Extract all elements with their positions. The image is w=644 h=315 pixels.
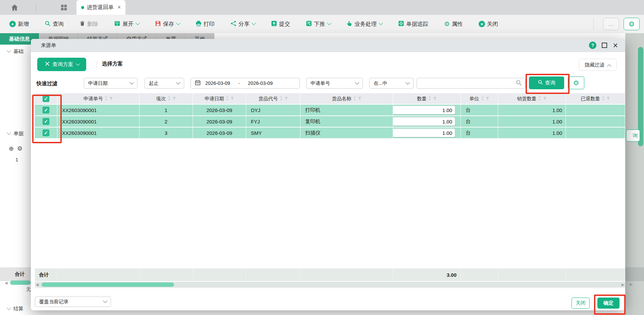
filter-funnel-icon[interactable] <box>358 96 362 101</box>
home-icon[interactable] <box>11 4 18 11</box>
cell-goods_name: 打印机 <box>301 105 393 115</box>
cell-order_no: XX2603090001 <box>57 116 140 127</box>
toolbar-settings-button[interactable]: ⚙ <box>624 18 640 30</box>
scroll-left-icon[interactable]: ◀ <box>36 283 39 286</box>
sort-icon[interactable] <box>168 96 171 102</box>
section-basic-toggle[interactable]: 基础 <box>7 48 23 55</box>
quantity-input[interactable] <box>393 106 455 114</box>
save-button[interactable]: 保存 <box>155 20 180 28</box>
date-range-input[interactable]: 2026-03-09 - 2026-03-09 <box>191 78 300 89</box>
cell-order_no: XX2603090001 <box>57 105 140 115</box>
row-checkbox[interactable]: ✓ <box>43 118 49 125</box>
close-icon[interactable]: × <box>613 40 618 50</box>
operator-select[interactable]: 在...中 <box>369 78 414 89</box>
apps-grid-icon[interactable] <box>60 4 67 11</box>
share-icon <box>230 20 236 28</box>
keyword-search-input[interactable] <box>417 78 526 89</box>
date-to[interactable]: 2026-03-09 <box>248 81 273 86</box>
tab-close-icon[interactable]: × <box>118 4 121 10</box>
plus-circle-outline-icon[interactable]: ⊕ <box>9 145 14 152</box>
column-header-sales_qty[interactable]: 销货数量 <box>498 93 566 104</box>
quantity-input[interactable] <box>393 117 455 126</box>
filter-funnel-icon[interactable] <box>172 96 176 101</box>
more-button[interactable]: ... <box>603 18 619 30</box>
column-header-item_no[interactable]: 项次 <box>140 93 193 104</box>
pushdown-button[interactable]: 下推 <box>306 20 331 28</box>
submit-button[interactable]: 提交 <box>271 20 290 28</box>
filter-settings-button[interactable]: ⚙ <box>568 76 584 89</box>
range-type-select[interactable]: 起止 <box>145 78 184 89</box>
print-button[interactable]: 打印 <box>196 20 215 28</box>
table-row[interactable]: ✓XX260309000122026-03-09FYJ复印机台1.00 <box>35 116 625 127</box>
insert-mode-select[interactable]: 覆盖当前记录 <box>35 297 111 307</box>
filter-funnel-icon[interactable] <box>284 96 288 101</box>
cell-quantity <box>393 127 461 138</box>
row-checkbox[interactable]: ✓ <box>43 129 49 136</box>
sort-icon[interactable] <box>602 96 605 102</box>
chevron-down-icon <box>379 21 383 25</box>
sort-icon[interactable] <box>481 96 484 102</box>
column-header-returned_qty[interactable]: 已退数量 <box>566 93 625 104</box>
filter-funnel-icon[interactable] <box>543 96 547 101</box>
tab-purchase-return[interactable]: 进货退回单 × <box>76 0 125 15</box>
background-scrollbar-thumb[interactable] <box>10 280 31 285</box>
table-hscrollbar-thumb[interactable] <box>42 282 174 287</box>
column-header-quantity[interactable]: 数量 <box>393 93 461 104</box>
delete-button[interactable]: 删除 <box>79 20 98 28</box>
scroll-right-icon[interactable]: ▶ <box>622 283 624 286</box>
sort-icon[interactable] <box>105 96 108 102</box>
column-label: 项次 <box>156 96 166 102</box>
column-header-goods_name[interactable]: 货品名称 <box>301 93 393 104</box>
quantity-input[interactable] <box>393 128 455 137</box>
filter-funnel-icon[interactable] <box>230 96 234 101</box>
expand-button[interactable]: 展开 <box>114 20 139 28</box>
select-scheme-label[interactable]: 选择方案 <box>102 60 123 67</box>
date-from[interactable]: 2026-03-09 <box>205 81 230 86</box>
select-all-checkbox[interactable]: ✓ <box>43 95 49 102</box>
tracking-button[interactable]: 单据追踪 <box>398 20 428 28</box>
column-header-goods_code[interactable]: 货品代号 <box>246 93 301 104</box>
attributes-button[interactable]: ⚙属性 <box>444 20 463 28</box>
cell-quantity <box>393 105 461 115</box>
filter-funnel-icon[interactable] <box>109 96 113 101</box>
scroll-right-icon[interactable]: ▶ <box>630 282 633 286</box>
dialog-close-button[interactable]: 关闭 <box>572 298 590 309</box>
sort-icon[interactable] <box>538 96 541 102</box>
confirm-button[interactable]: 确定 <box>597 298 620 309</box>
sort-icon[interactable] <box>226 96 229 102</box>
section-doc-toggle[interactable]: 单据 <box>7 130 23 137</box>
hide-filter-button[interactable]: 隐藏过滤 <box>579 59 616 71</box>
code-field-select[interactable]: 申请单号 <box>306 78 363 89</box>
table-row[interactable]: ✓XX260309000112026-03-09DYJ打印机台1.00 <box>35 105 625 116</box>
column-header-apply_date[interactable]: 申请日期 <box>193 93 246 104</box>
checkbox-cell: ✓ <box>35 105 57 115</box>
filter-funnel-icon[interactable] <box>433 96 437 101</box>
query-button[interactable]: 查询 <box>45 20 64 28</box>
row-checkbox[interactable]: ✓ <box>43 107 49 113</box>
column-header-unit[interactable]: 单位 <box>461 93 498 104</box>
column-header-order_no[interactable]: 申请单号 <box>57 93 140 104</box>
scroll-left-icon[interactable]: ◀ <box>5 281 7 285</box>
business-button[interactable]: 业务处理 <box>346 20 382 28</box>
gear-icon[interactable]: ⚙ <box>17 145 22 152</box>
cell-unit: 台 <box>461 116 498 127</box>
add-button[interactable]: +新增 <box>9 20 29 28</box>
search-button[interactable]: 查询 <box>529 76 564 89</box>
filter-funnel-icon[interactable] <box>606 96 610 101</box>
section-settle-toggle[interactable]: 结算 <box>7 306 23 312</box>
date-field-select[interactable]: 申请日期 <box>84 78 138 89</box>
filter-funnel-icon[interactable] <box>486 96 489 101</box>
table-row[interactable]: ✓XX260309000132026-03-09SMY扫描仪台1.00 <box>35 127 625 139</box>
close-button[interactable]: ×关闭 <box>479 20 498 28</box>
cell-quantity <box>393 116 461 127</box>
table-hscrollbar[interactable]: ◀ ▶ <box>35 282 625 287</box>
sort-icon[interactable] <box>280 96 283 102</box>
query-scheme-button[interactable]: 查询方案 <box>37 58 86 71</box>
sort-icon[interactable] <box>353 96 356 102</box>
maximize-icon[interactable] <box>602 43 607 48</box>
share-button[interactable]: 分享 <box>230 20 255 28</box>
help-icon[interactable]: ? <box>589 42 596 49</box>
cell-goods_name: 复印机 <box>301 116 393 127</box>
sort-icon[interactable] <box>428 96 431 102</box>
totals-cell-quantity: 3.00 <box>393 268 461 281</box>
